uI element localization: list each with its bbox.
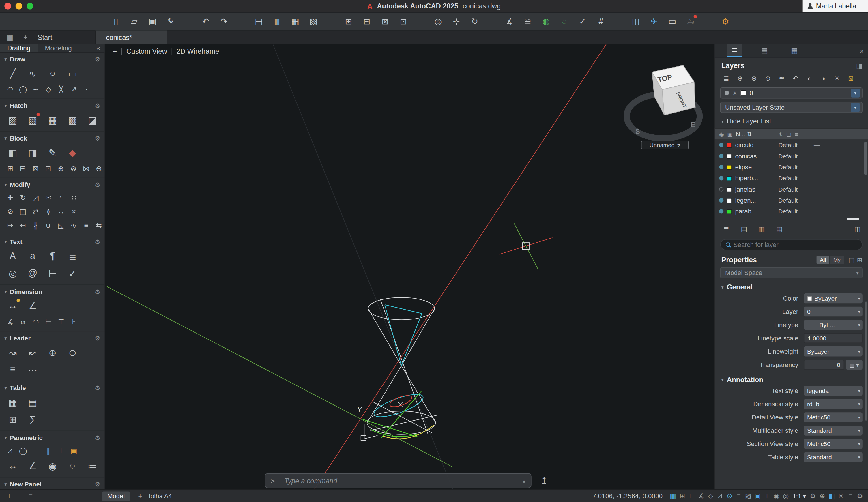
new-file-icon[interactable]: ▯: [108, 14, 124, 28]
layer-on-icon[interactable]: [719, 176, 723, 180]
table-style-dropdown[interactable]: Standard▾: [804, 452, 862, 462]
count-blocks-icon[interactable]: ⊖: [93, 162, 105, 174]
quick-calc-icon[interactable]: ≌: [520, 14, 535, 28]
text-style-icon[interactable]: ¶: [44, 248, 61, 264]
scale-icon[interactable]: ◿: [30, 191, 42, 204]
mirror-icon[interactable]: ⇄: [30, 206, 42, 218]
hatch-tools-icon[interactable]: ◪: [84, 112, 101, 128]
layer-on-icon[interactable]: [719, 209, 723, 213]
status-column-icon[interactable]: ▣: [727, 131, 732, 137]
lineweight-dropdown[interactable]: ByLayer▾: [804, 346, 862, 357]
ray-icon[interactable]: ↗: [68, 83, 80, 95]
layer-color-swatch[interactable]: [727, 176, 732, 181]
object-snap-icon[interactable]: ⊙: [725, 491, 734, 501]
table-from-data-icon[interactable]: ▤: [24, 395, 41, 410]
spell-check-text-icon[interactable]: ✓: [64, 266, 81, 281]
section-header-general[interactable]: ▾General: [721, 283, 862, 291]
quick-select-icon[interactable]: ▤: [848, 256, 855, 264]
workspace-switching-icon[interactable]: ⚙: [808, 491, 818, 501]
lineweight-column-icon[interactable]: ≡: [795, 131, 798, 137]
tab-layout-folha-a4[interactable]: folha A4: [149, 492, 172, 499]
mtext-icon[interactable]: A: [4, 248, 21, 264]
parallel-constraint-icon[interactable]: ∥: [43, 444, 54, 457]
sync-settings-icon[interactable]: ◌: [557, 14, 572, 28]
layer-row[interactable]: parab...Default—: [715, 206, 868, 217]
layer-color-swatch[interactable]: [727, 209, 732, 214]
copy-icon[interactable]: ◫: [17, 206, 29, 218]
section-header[interactable]: ▾Dimension⚙: [0, 287, 105, 297]
undo-icon[interactable]: ↶: [198, 14, 213, 28]
measure-icon[interactable]: ∡: [502, 14, 517, 28]
coincident-constraint-icon[interactable]: ◯: [17, 444, 29, 457]
lineweight-display-icon[interactable]: ≡: [734, 491, 744, 501]
join-icon[interactable]: ∪: [42, 219, 54, 231]
notifications-icon[interactable]: ☕: [683, 14, 698, 28]
orbit-icon[interactable]: ↻: [467, 14, 482, 28]
detail-view-style-dropdown[interactable]: Metric50▾: [804, 412, 862, 422]
auto-constrain-icon[interactable]: ⊿: [4, 444, 16, 457]
layer-off-icon[interactable]: [719, 187, 723, 191]
layer-color-swatch[interactable]: [727, 198, 732, 203]
sync-attributes-icon[interactable]: ⊕: [55, 162, 67, 174]
fillet-icon[interactable]: ◜: [55, 191, 67, 204]
layer-color-swatch[interactable]: [727, 165, 732, 170]
send-feedback-icon[interactable]: ✈: [647, 14, 662, 28]
viewcube-compass-east[interactable]: E: [691, 121, 695, 129]
array-icon[interactable]: ∷: [68, 191, 80, 204]
add-layout-button[interactable]: +: [138, 492, 142, 500]
layer-row[interactable]: hiperb...Default—: [715, 173, 868, 184]
ordinate-dimension-icon[interactable]: ⊢: [43, 315, 54, 327]
attach-xref-icon[interactable]: ⊠: [30, 162, 41, 174]
manage-layouts-icon[interactable]: ⊡: [396, 14, 411, 28]
viewcube-graphic[interactable]: S E TOP FRONT: [623, 60, 706, 143]
tab-conicas[interactable]: conicas*: [95, 30, 167, 45]
layer-panel-settings-icon[interactable]: ▦: [773, 223, 785, 234]
circle-icon[interactable]: ○: [44, 66, 61, 81]
gear-icon[interactable]: ⚙: [95, 102, 100, 109]
reference-palette-tab-icon[interactable]: ▦: [787, 44, 802, 57]
layer-on-icon[interactable]: [719, 198, 723, 202]
freeze-column-icon[interactable]: ☀: [778, 131, 783, 137]
multileader-style-dropdown[interactable]: Standard▾: [804, 426, 862, 436]
section-header[interactable]: ▾Parametric⚙: [0, 433, 105, 443]
gear-icon[interactable]: ⚙: [95, 384, 100, 391]
page-setup-icon[interactable]: ▦: [288, 14, 303, 28]
viewcube-compass-south[interactable]: S: [636, 128, 640, 135]
new-property-filter-icon[interactable]: ▥: [756, 223, 768, 234]
tab-start[interactable]: Start: [31, 33, 59, 41]
space-selector-dropdown[interactable]: Model Space ▾: [720, 268, 862, 279]
lengthen-icon[interactable]: ↤: [17, 219, 29, 231]
attach-image-icon[interactable]: ⊠: [378, 14, 392, 28]
write-block-icon[interactable]: ⊞: [4, 162, 16, 174]
block-editor-icon[interactable]: ✎: [44, 145, 61, 161]
color-dropdown[interactable]: ByLayer▾: [804, 293, 862, 304]
remove-leader-icon[interactable]: ⊖: [64, 345, 81, 360]
text-style-dropdown[interactable]: legenda▾: [804, 386, 862, 396]
boundary-icon[interactable]: ▦: [44, 112, 61, 128]
gear-icon[interactable]: ⚙: [95, 288, 100, 295]
erase-icon[interactable]: ⊘: [4, 206, 16, 218]
close-window-button[interactable]: [4, 3, 11, 10]
insert-table-icon[interactable]: ▦: [4, 395, 21, 410]
command-line[interactable]: >_ Type a command ▴: [265, 473, 531, 488]
layer-color-swatch[interactable]: [727, 154, 732, 158]
scrollbar-thumb[interactable]: [847, 218, 859, 220]
count-icon[interactable]: #: [593, 14, 608, 28]
share-to-web-icon[interactable]: ◍: [539, 14, 554, 28]
angular-dimension-icon[interactable]: ∡: [4, 315, 16, 327]
attach-reference-icon[interactable]: ⊟: [359, 14, 374, 28]
spline-icon[interactable]: ∽: [30, 83, 42, 95]
zoom-window-button[interactable]: [27, 3, 33, 10]
replace-block-icon[interactable]: ⋈: [81, 162, 92, 174]
insert-block-icon[interactable]: ◧: [4, 145, 21, 161]
panel-overflow-button[interactable]: »: [855, 44, 868, 57]
move-icon[interactable]: ✚: [4, 191, 16, 204]
previous-layer-icon[interactable]: ↶: [789, 73, 802, 84]
new-drawing-tab-button[interactable]: +: [20, 33, 31, 42]
isometric-drafting-icon[interactable]: ◇: [706, 491, 715, 501]
list-columns-icon[interactable]: ◫: [851, 223, 864, 234]
spell-check-icon[interactable]: ✓: [575, 14, 590, 28]
construction-line-icon[interactable]: ╳: [55, 83, 67, 95]
multileader-icon[interactable]: ↝: [4, 345, 21, 360]
edit-multileader-icon[interactable]: ↜: [24, 345, 41, 360]
